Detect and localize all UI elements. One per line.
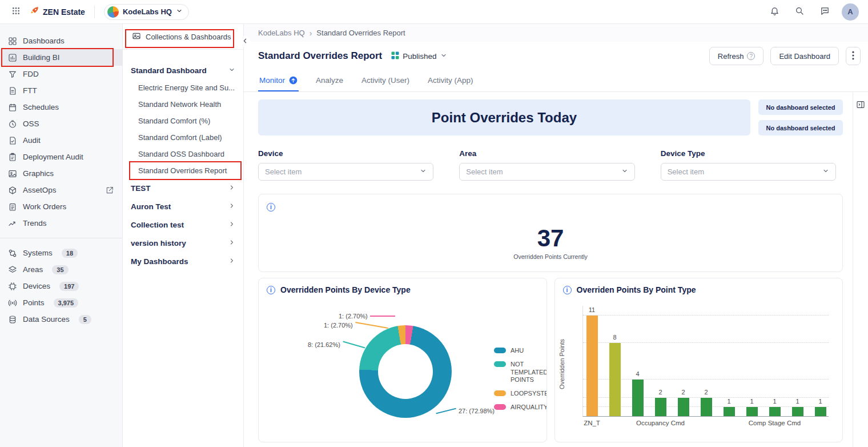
x-axis-tick-label: Comp Stage Cmd <box>749 420 801 426</box>
publish-status-dropdown[interactable]: Published <box>391 51 447 61</box>
notifications-button[interactable] <box>766 4 782 20</box>
bar[interactable] <box>655 398 666 416</box>
sidebar-item-schedules[interactable]: Schedules <box>0 99 122 115</box>
breadcrumb-root[interactable]: KodeLabs HQ <box>258 29 305 37</box>
bar-value-label: 4 <box>636 370 639 377</box>
dashboard-item-label: Electric Energy Site and Su... <box>138 83 235 92</box>
collection-group-auron-test[interactable]: Auron Test <box>123 197 243 215</box>
sidebar-item-devices[interactable]: Devices197 <box>0 278 122 294</box>
filter-label: Device Type <box>661 149 836 158</box>
chevron-right-icon <box>228 257 235 266</box>
device-type-donut[interactable] <box>359 325 452 418</box>
sidebar-item-points[interactable]: Points3,975 <box>0 294 122 311</box>
dashboard-item-standard-comfort-label[interactable]: Standard Comfort (Label) <box>123 129 243 146</box>
collection-group-my-dashboards[interactable]: My Dashboards <box>123 252 243 270</box>
legend-swatch <box>494 361 506 367</box>
collection-group-standard-dashboard[interactable]: Standard Dashboard <box>123 61 243 79</box>
sidebar-item-data-sources[interactable]: Data Sources5 <box>0 311 122 328</box>
dashboard-item-standard-oss-dashboard[interactable]: Standard OSS Dashboard <box>123 146 243 162</box>
app-launcher-button[interactable] <box>8 4 24 20</box>
chevron-down-icon <box>621 167 628 176</box>
filter-label: Device <box>258 149 433 158</box>
chevron-down-icon <box>822 167 829 176</box>
dashboard-item-standard-network-health[interactable]: Standard Network Health <box>123 96 243 113</box>
tab-activity-user[interactable]: Activity (User) <box>360 70 411 91</box>
toggle-side-panel-button[interactable] <box>856 100 865 111</box>
collection-group-label: TEST <box>131 184 151 193</box>
data-sources-icon <box>8 315 17 324</box>
bar[interactable] <box>724 407 735 416</box>
support-chat-button[interactable] <box>817 4 833 20</box>
sidebar-item-deployment-audit[interactable]: Deployment Audit <box>0 149 122 165</box>
sidebar-item-dashboards[interactable]: Dashboards <box>0 33 122 49</box>
collection-group-version-history[interactable]: version history <box>123 234 243 252</box>
more-options-button[interactable] <box>846 47 861 65</box>
sidebar-item-fdd[interactable]: FDD <box>0 66 122 82</box>
org-switcher[interactable]: KodeLabs HQ <box>104 4 189 20</box>
legend-item-loopsystem[interactable]: LOOPSYSTEM <box>494 390 547 398</box>
tab-analyze[interactable]: Analyze <box>315 70 344 91</box>
tab-monitor[interactable]: Monitor <box>258 70 299 91</box>
legend-item-airquality[interactable]: AIRQUALITY <box>494 404 547 412</box>
sidebar-item-systems[interactable]: Systems18 <box>0 245 122 261</box>
collection-group-label: version history <box>131 239 186 248</box>
bar[interactable] <box>815 407 826 416</box>
bar-value-label: 1 <box>773 398 776 405</box>
sidebar-item-assetops[interactable]: AssetOps <box>0 182 122 198</box>
work-orders-icon <box>8 202 17 211</box>
legend-item-ahu[interactable]: AHU <box>494 347 547 355</box>
app-brand[interactable]: ZEN Estate <box>30 6 85 18</box>
info-icon[interactable]: i <box>267 286 275 294</box>
search-button[interactable] <box>791 4 807 20</box>
bar[interactable] <box>769 407 781 416</box>
info-icon[interactable]: i <box>563 286 572 294</box>
bar-value-label: 8 <box>613 334 616 341</box>
callout-line <box>355 322 388 329</box>
sidebar-item-label: Building BI <box>23 53 60 62</box>
dashboard-item-standard-comfort[interactable]: Standard Comfort (%) <box>123 113 243 129</box>
info-icon[interactable]: i <box>267 203 275 211</box>
collection-group-collection-test[interactable]: Collection test <box>123 215 243 234</box>
callout-line <box>370 316 395 317</box>
dashboard-item-label: Standard Overrides Report <box>138 166 227 175</box>
collapse-panel-button[interactable] <box>239 36 251 47</box>
dashboard-item-standard-overrides-report[interactable]: Standard Overrides Report <box>123 162 243 179</box>
bar[interactable] <box>586 316 598 416</box>
tab-activity-app[interactable]: Activity (App) <box>427 70 475 91</box>
collection-group-test[interactable]: TEST <box>123 179 243 197</box>
dashboard-item-label: Standard Network Health <box>138 100 221 109</box>
bar[interactable] <box>792 407 803 416</box>
edit-dashboard-button[interactable]: Edit Dashboard <box>770 47 839 65</box>
dashboards-icon <box>8 37 17 46</box>
sidebar-item-oss[interactable]: OSS <box>0 115 122 132</box>
dashboard-item-electric-energy-site-and-su[interactable]: Electric Energy Site and Su... <box>123 79 243 96</box>
bar[interactable] <box>632 380 644 416</box>
trends-icon <box>8 219 17 228</box>
sidebar-item-label: Deployment Audit <box>23 153 83 161</box>
sidebar-item-ftt[interactable]: FTT <box>0 82 122 99</box>
sidebar-item-graphics[interactable]: Graphics <box>0 165 122 182</box>
schedules-icon <box>8 103 17 112</box>
filter-select-area[interactable]: Select item <box>459 163 634 181</box>
fdd-icon <box>8 70 17 79</box>
left-sidebar: DashboardsBuilding BIFDDFTTSchedulesOSSA… <box>0 24 123 447</box>
count-badge: 5 <box>79 315 91 324</box>
bar[interactable] <box>678 398 689 416</box>
bar[interactable] <box>746 407 758 416</box>
building-bi-icon <box>8 53 17 62</box>
sidebar-item-audit[interactable]: Audit <box>0 132 122 149</box>
filter-select-device[interactable]: Select item <box>258 163 433 181</box>
sidebar-item-areas[interactable]: Areas35 <box>0 261 122 278</box>
filter-select-device-type[interactable]: Select item <box>661 163 836 181</box>
legend-item-not-templated-points[interactable]: NOT TEMPLATED POINTS <box>494 361 547 384</box>
sidebar-item-label: Data Sources <box>23 315 70 324</box>
user-avatar[interactable]: A <box>842 3 859 21</box>
sidebar-item-trends[interactable]: Trends <box>0 215 122 232</box>
refresh-button[interactable]: Refresh ? <box>709 47 764 65</box>
bar[interactable] <box>701 398 712 416</box>
sidebar-item-building-bi[interactable]: Building BI <box>0 49 122 66</box>
bar[interactable] <box>609 343 621 416</box>
sidebar-item-work-orders[interactable]: Work Orders <box>0 198 122 215</box>
sidebar-item-label: Systems <box>23 249 53 257</box>
chevron-down-icon <box>176 7 183 16</box>
